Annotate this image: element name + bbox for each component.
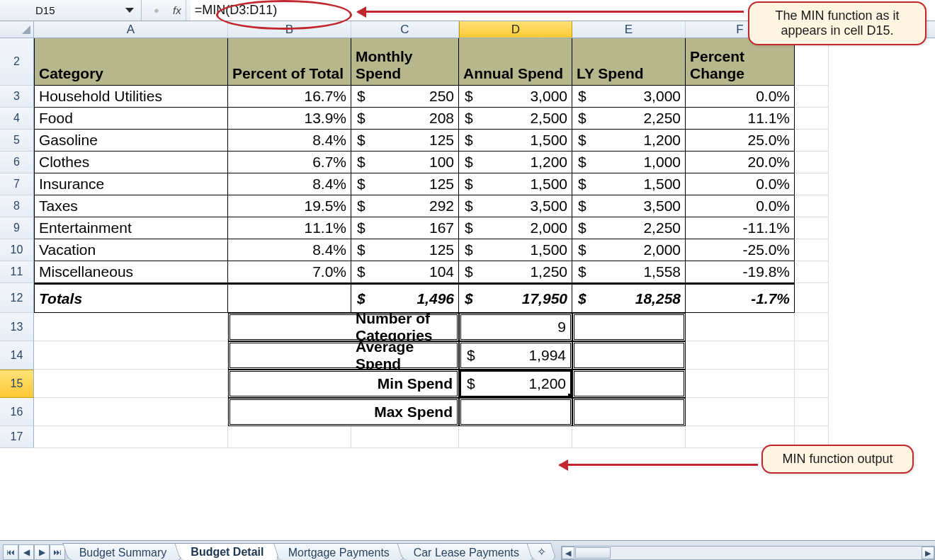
- col-header-D[interactable]: D: [459, 21, 572, 38]
- cell-change[interactable]: -25.0%: [686, 239, 795, 261]
- cell[interactable]: [795, 195, 829, 217]
- cell[interactable]: [795, 398, 829, 426]
- avg-label[interactable]: Average Spend: [351, 341, 459, 370]
- cell-annual[interactable]: $1,500: [459, 173, 572, 195]
- row-header[interactable]: 7: [0, 173, 34, 195]
- select-all-corner[interactable]: [0, 21, 34, 38]
- cell[interactable]: [686, 313, 795, 341]
- tab-nav-next-icon[interactable]: ▶: [34, 544, 50, 560]
- cell[interactable]: [686, 370, 795, 398]
- tab-nav-first-icon[interactable]: ⏮: [3, 544, 18, 560]
- cell-ly[interactable]: $1,500: [572, 173, 686, 195]
- cell-category[interactable]: Food: [34, 108, 228, 130]
- cell[interactable]: [795, 239, 829, 261]
- horizontal-scrollbar[interactable]: ◀ ▶: [561, 546, 935, 560]
- cell[interactable]: [572, 341, 686, 370]
- totals-annual[interactable]: $17,950: [459, 283, 572, 313]
- cell-category[interactable]: Insurance: [34, 173, 228, 195]
- header-annual[interactable]: Annual Spend: [459, 38, 572, 86]
- cell[interactable]: [795, 152, 829, 173]
- cell-change[interactable]: 0.0%: [686, 173, 795, 195]
- chevron-down-icon[interactable]: [125, 8, 134, 13]
- cell-monthly[interactable]: $100: [351, 152, 459, 173]
- tab-car-lease-payments[interactable]: Car Lease Payments: [397, 543, 535, 560]
- cell[interactable]: [228, 283, 351, 313]
- header-ly[interactable]: LY Spend: [572, 38, 686, 86]
- row-header[interactable]: 3: [0, 86, 34, 108]
- row-header[interactable]: 9: [0, 217, 34, 239]
- cell[interactable]: [795, 38, 829, 86]
- row-header[interactable]: 2: [0, 38, 34, 86]
- cell[interactable]: [686, 398, 795, 426]
- cell-annual[interactable]: $1,500: [459, 239, 572, 261]
- cell-percent[interactable]: 8.4%: [228, 173, 351, 195]
- cell-monthly[interactable]: $125: [351, 239, 459, 261]
- row-header[interactable]: 8: [0, 195, 34, 217]
- cell-ly[interactable]: $3,000: [572, 86, 686, 108]
- cell-annual[interactable]: $3,000: [459, 86, 572, 108]
- numcat-value[interactable]: 9: [459, 313, 572, 341]
- cell-change[interactable]: 0.0%: [686, 195, 795, 217]
- cell-category[interactable]: Household Utilities: [34, 86, 228, 108]
- scrollbar-thumb[interactable]: [575, 547, 611, 559]
- summary-label[interactable]: [228, 313, 351, 341]
- cell[interactable]: [459, 426, 572, 448]
- cell[interactable]: [795, 341, 829, 370]
- header-percent[interactable]: Percent of Total: [228, 38, 351, 86]
- cell-percent[interactable]: 8.4%: [228, 130, 351, 152]
- cell-category[interactable]: Clothes: [34, 152, 228, 173]
- cell[interactable]: [572, 370, 686, 398]
- cell[interactable]: [34, 313, 228, 341]
- cell-monthly[interactable]: $167: [351, 217, 459, 239]
- cell[interactable]: [795, 370, 829, 398]
- cell[interactable]: [795, 173, 829, 195]
- cell[interactable]: [351, 426, 459, 448]
- header-monthly[interactable]: Monthly Spend: [351, 38, 459, 86]
- summary-label[interactable]: [228, 370, 351, 398]
- max-value[interactable]: [459, 398, 572, 426]
- row-header[interactable]: 16: [0, 398, 34, 426]
- cell-monthly[interactable]: $292: [351, 195, 459, 217]
- cell-annual[interactable]: $3,500: [459, 195, 572, 217]
- cell-category[interactable]: Miscellaneous: [34, 261, 228, 283]
- row-header[interactable]: 14: [0, 341, 34, 370]
- col-header-E[interactable]: E: [572, 21, 686, 38]
- cell[interactable]: [34, 398, 228, 426]
- cell-percent[interactable]: 7.0%: [228, 261, 351, 283]
- cell-ly[interactable]: $2,000: [572, 239, 686, 261]
- row-header[interactable]: 6: [0, 152, 34, 173]
- col-header-A[interactable]: A: [34, 21, 228, 38]
- fx-button[interactable]: fx: [169, 0, 186, 21]
- cell[interactable]: [34, 341, 228, 370]
- totals-change[interactable]: -1.7%: [686, 283, 795, 313]
- cell-monthly[interactable]: $250: [351, 86, 459, 108]
- cell[interactable]: [572, 398, 686, 426]
- totals-label[interactable]: Totals: [34, 283, 228, 313]
- cell[interactable]: [795, 261, 829, 283]
- tab-nav-last-icon[interactable]: ⏭: [50, 544, 65, 560]
- cell[interactable]: [572, 426, 686, 448]
- cell-monthly[interactable]: $208: [351, 108, 459, 130]
- tab-budget-summary[interactable]: Budget Summary: [62, 543, 182, 560]
- col-header-B[interactable]: B: [228, 21, 351, 38]
- name-box[interactable]: D15: [0, 0, 142, 21]
- tab-nav-prev-icon[interactable]: ◀: [18, 544, 34, 560]
- cell[interactable]: [572, 313, 686, 341]
- cell[interactable]: [795, 283, 829, 313]
- cell-ly[interactable]: $1,558: [572, 261, 686, 283]
- cell[interactable]: [34, 426, 228, 448]
- cell-annual[interactable]: $2,500: [459, 108, 572, 130]
- cell-change[interactable]: 0.0%: [686, 86, 795, 108]
- avg-value[interactable]: $1,994: [459, 341, 572, 370]
- row-header[interactable]: 13: [0, 313, 34, 341]
- cell-monthly[interactable]: $104: [351, 261, 459, 283]
- cell-ly[interactable]: $1,200: [572, 130, 686, 152]
- numcat-label[interactable]: Number of Categories: [351, 313, 459, 341]
- cell-annual[interactable]: $1,250: [459, 261, 572, 283]
- cell-category[interactable]: Taxes: [34, 195, 228, 217]
- cell-D15[interactable]: $1,200: [459, 370, 572, 398]
- row-header[interactable]: 10: [0, 239, 34, 261]
- totals-monthly[interactable]: $1,496: [351, 283, 459, 313]
- cell-change[interactable]: -19.8%: [686, 261, 795, 283]
- cancel-icon[interactable]: ●: [149, 3, 164, 18]
